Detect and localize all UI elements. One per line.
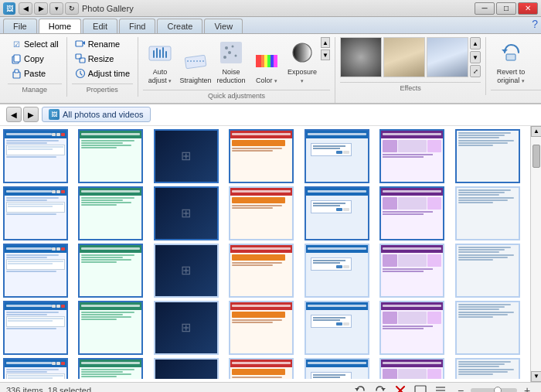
photo-thumb-10[interactable]: [229, 186, 294, 240]
effects-scroll-down[interactable]: ▼: [470, 51, 481, 63]
revert-button[interactable]: Revert tooriginal ▾: [491, 37, 531, 87]
photo-thumb-31[interactable]: [229, 358, 294, 379]
photo-thumb-27[interactable]: [455, 301, 520, 355]
svg-rect-25: [264, 55, 267, 67]
photo-thumb-18[interactable]: [305, 244, 369, 298]
manage-label: Manage: [8, 84, 62, 94]
delete-button[interactable]: [393, 384, 408, 392]
photo-thumb-0[interactable]: [3, 129, 68, 183]
view-file-button[interactable]: Viewfile: [532, 37, 541, 87]
photo-thumb-24[interactable]: [229, 301, 294, 355]
effects-scroll-more[interactable]: ⤢: [470, 65, 481, 77]
tab-view[interactable]: View: [204, 19, 243, 33]
help-icon[interactable]: ?: [532, 18, 538, 33]
photo-thumb-2[interactable]: ⊞: [154, 129, 219, 183]
photo-thumb-34[interactable]: [455, 358, 520, 379]
photo-thumb-14[interactable]: [3, 244, 68, 298]
zoom-slider-thumb[interactable]: [494, 387, 502, 392]
photo-thumb-28[interactable]: [3, 358, 68, 379]
photo-thumb-25[interactable]: [305, 301, 369, 355]
effect-thumb-3[interactable]: [427, 37, 468, 77]
photo-thumb-11[interactable]: [305, 186, 369, 240]
photo-thumb-16[interactable]: ⊞: [154, 244, 219, 298]
copy-button[interactable]: Copy: [8, 52, 62, 66]
auto-adjust-button[interactable]: Autoadjust ▾: [143, 37, 177, 87]
straighten-button[interactable]: Straighten: [179, 40, 213, 87]
photo-thumb-26[interactable]: [379, 301, 444, 355]
rotate-left-button[interactable]: [352, 384, 368, 392]
svg-rect-26: [267, 55, 270, 67]
photo-thumb-8[interactable]: [78, 186, 143, 240]
nav-forward-arrow[interactable]: ▶: [23, 107, 39, 122]
close-button[interactable]: ✕: [518, 2, 538, 15]
nav-back-arrow[interactable]: ◀: [6, 107, 22, 122]
quick-adj-scroll-down[interactable]: ▼: [321, 49, 330, 60]
photo-thumb-22[interactable]: [78, 301, 143, 355]
photo-thumb-15[interactable]: [78, 244, 143, 298]
tab-create[interactable]: Create: [157, 19, 202, 33]
photo-thumb-33[interactable]: [379, 358, 444, 379]
exposure-button[interactable]: Exposure ▾: [285, 37, 319, 87]
noise-reduction-button[interactable]: Noisereduction: [214, 37, 248, 87]
resize-button[interactable]: Resize: [72, 52, 133, 66]
rename-button[interactable]: Rename: [72, 37, 133, 51]
tab-edit[interactable]: Edit: [83, 19, 117, 33]
nav-back-btn[interactable]: ◀: [19, 2, 32, 15]
photo-thumb-3[interactable]: [229, 129, 294, 183]
photo-thumb-29[interactable]: [78, 358, 143, 379]
resize-label: Resize: [88, 54, 114, 63]
select-all-label: Select all: [24, 39, 59, 49]
photo-thumb-20[interactable]: [455, 244, 520, 298]
color-button[interactable]: Color ▾: [250, 40, 284, 87]
select-all-button[interactable]: ☑ Select all: [8, 37, 62, 51]
tab-home[interactable]: Home: [39, 19, 81, 33]
properties-label: Properties: [72, 84, 133, 94]
revert-icon: [497, 39, 525, 66]
manage-buttons: ☑ Select all Copy Paste: [8, 37, 62, 80]
photo-thumb-32[interactable]: [305, 358, 369, 379]
vertical-scrollbar[interactable]: ▲ ▼: [530, 126, 541, 382]
nav-forward-btn[interactable]: ▶: [34, 2, 48, 15]
nav-down-btn[interactable]: ▾: [49, 2, 63, 15]
photo-thumb-9[interactable]: ⊞: [154, 186, 219, 240]
effect-thumb-1[interactable]: [340, 37, 382, 77]
list-view-button[interactable]: [433, 384, 448, 392]
zoom-out-button[interactable]: −: [453, 384, 468, 392]
effects-scroll-up[interactable]: ▲: [470, 37, 481, 49]
photo-thumb-1[interactable]: [78, 129, 143, 183]
adjust-time-button[interactable]: Adjust time: [72, 66, 133, 80]
tab-file[interactable]: File: [3, 19, 37, 33]
effect-thumb-2[interactable]: [383, 37, 425, 77]
scroll-down-arrow[interactable]: ▼: [531, 371, 541, 382]
scroll-up-arrow[interactable]: ▲: [531, 126, 541, 137]
photo-grid: ⊞⊞⊞⊞⊞: [3, 129, 527, 379]
rotate-right-button[interactable]: [373, 384, 388, 392]
color-label: Color ▾: [256, 77, 277, 85]
tab-find[interactable]: Find: [119, 19, 155, 33]
paste-button[interactable]: Paste: [8, 66, 62, 80]
zoom-in-button[interactable]: +: [519, 384, 535, 392]
ribbon-group-effects: ▲ ▼ ⤢ Effects: [335, 37, 486, 95]
photo-thumb-5[interactable]: [379, 129, 444, 183]
maximize-button[interactable]: □: [496, 2, 516, 15]
nav-refresh-btn[interactable]: ↻: [65, 2, 79, 15]
zoom-slider[interactable]: [471, 388, 517, 392]
photo-thumb-19[interactable]: [379, 244, 444, 298]
scroll-track[interactable]: [531, 137, 541, 371]
photo-thumb-21[interactable]: [3, 301, 68, 355]
photo-thumb-17[interactable]: [229, 244, 294, 298]
scroll-thumb[interactable]: [532, 145, 540, 168]
svg-rect-42: [415, 386, 426, 392]
photo-thumb-4[interactable]: [305, 129, 369, 183]
monitor-button[interactable]: [413, 384, 428, 392]
photo-thumb-30[interactable]: ⊞: [154, 358, 219, 379]
quick-adj-scroll-up[interactable]: ▲: [321, 37, 330, 48]
photo-thumb-13[interactable]: [455, 186, 520, 240]
photo-thumb-23[interactable]: ⊞: [154, 301, 219, 355]
breadcrumb-button[interactable]: 🖼 All photos and videos: [42, 107, 151, 122]
photo-thumb-7[interactable]: [3, 186, 68, 240]
photo-thumb-6[interactable]: [455, 129, 520, 183]
properties-buttons: Rename Resize Adjust time: [72, 37, 133, 80]
minimize-button[interactable]: ─: [475, 2, 495, 15]
photo-thumb-12[interactable]: [379, 186, 444, 240]
